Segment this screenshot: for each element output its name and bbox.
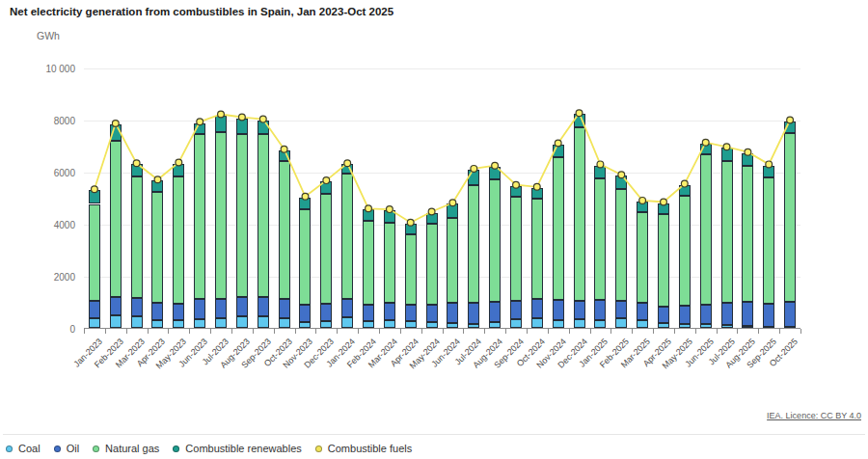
attribution: IEA. Licence: CC BY 4.0	[767, 411, 861, 420]
fuels-line-marker[interactable]	[259, 116, 266, 122]
x-axis-tick	[569, 329, 570, 334]
fuels-line-marker[interactable]	[302, 193, 309, 200]
x-axis-tick	[400, 329, 401, 334]
fuels-line-marker[interactable]	[513, 181, 520, 188]
x-axis-tick	[358, 329, 359, 334]
x-axis-tick	[84, 329, 85, 334]
y-tick-label: 10 000	[17, 64, 75, 74]
y-tick-label: 4000	[17, 220, 75, 230]
fuels-line-marker[interactable]	[112, 121, 119, 127]
fuels-line-path	[95, 113, 790, 223]
fuels-line-marker[interactable]	[218, 111, 225, 118]
legend-item-combustible-fuels[interactable]: Combustible fuels	[315, 443, 412, 454]
fuels-line-marker[interactable]	[387, 206, 393, 213]
natural-gas-legend-dot-icon	[93, 446, 99, 452]
fuels-line-marker[interactable]	[92, 186, 98, 193]
x-axis-tick	[695, 329, 696, 334]
legend-label: Combustible renewables	[185, 443, 301, 454]
fuels-line-marker[interactable]	[154, 176, 161, 183]
combustible-renewables-legend-dot-icon	[173, 446, 179, 452]
licence-link[interactable]: IEA. Licence: CC BY 4.0	[767, 411, 861, 420]
legend-item-combustible-renewables[interactable]: Combustible renewables	[173, 443, 301, 454]
fuels-line-marker[interactable]	[787, 117, 794, 123]
x-axis-tick	[231, 329, 232, 334]
x-axis-tick	[126, 329, 127, 334]
legend-item-natural-gas[interactable]: Natural gas	[93, 443, 159, 454]
x-axis-tick	[527, 329, 528, 334]
x-axis-tick	[315, 329, 316, 334]
x-axis-tick	[379, 329, 380, 334]
fuels-line-marker[interactable]	[555, 140, 561, 147]
x-axis-tick	[337, 329, 338, 334]
combustible-fuels-legend-dot-icon	[315, 446, 322, 452]
x-axis-tick	[105, 329, 106, 334]
legend-label: Combustible fuels	[328, 443, 412, 454]
legend-label: Oil	[67, 443, 79, 454]
fuels-line-marker[interactable]	[639, 198, 646, 204]
fuels-line-marker[interactable]	[281, 146, 287, 152]
x-axis-tick	[653, 329, 654, 334]
x-axis-tick	[779, 329, 780, 334]
x-axis-tick	[210, 329, 211, 334]
fuels-line-marker[interactable]	[681, 180, 688, 187]
fuels-line-marker[interactable]	[471, 166, 477, 173]
x-axis-tick	[484, 329, 485, 334]
fuels-line-marker[interactable]	[745, 148, 751, 155]
oil-legend-dot-icon	[54, 446, 61, 452]
x-axis-tick	[610, 329, 611, 334]
y-axis-unit-label: GWh	[37, 30, 60, 41]
fuels-line-marker[interactable]	[597, 161, 604, 168]
fuels-line-marker[interactable]	[176, 159, 182, 166]
x-axis-tick	[717, 329, 718, 334]
x-axis-tick	[189, 329, 190, 334]
x-axis-tick	[253, 329, 254, 334]
x-axis-tick	[737, 329, 738, 334]
x-axis-tick	[274, 329, 275, 334]
fuels-line-marker[interactable]	[428, 208, 435, 215]
fuels-line-marker[interactable]	[492, 162, 499, 169]
y-tick-label: 8000	[17, 116, 75, 126]
y-tick-label: 2000	[17, 272, 75, 283]
x-axis-tick	[463, 329, 464, 334]
fuels-line-marker[interactable]	[133, 160, 140, 167]
fuels-line-marker[interactable]	[239, 114, 246, 121]
legend-item-coal[interactable]: Coal	[6, 443, 41, 454]
fuels-line-marker[interactable]	[576, 110, 583, 117]
y-tick-label: 6000	[17, 168, 75, 178]
fuels-line-marker[interactable]	[723, 144, 730, 150]
legend-divider	[3, 434, 865, 435]
x-axis-tick	[168, 329, 169, 334]
combustible-fuels-line	[84, 68, 800, 329]
x-axis-tick	[295, 329, 296, 334]
fuels-line-marker[interactable]	[407, 219, 414, 226]
legend: CoalOilNatural gasCombustible renewables…	[6, 443, 412, 454]
x-axis-tick	[548, 329, 549, 334]
x-axis-tick	[674, 329, 675, 334]
x-axis-tick	[505, 329, 506, 334]
fuels-line-marker[interactable]	[323, 177, 330, 184]
chart-title: Net electricity generation from combusti…	[10, 6, 393, 17]
x-axis-tick	[443, 329, 444, 334]
legend-label: Coal	[18, 443, 41, 454]
fuels-line-marker[interactable]	[197, 119, 203, 125]
x-axis-tick	[590, 329, 591, 334]
fuels-line-marker[interactable]	[533, 183, 540, 190]
fuels-line-marker[interactable]	[766, 161, 773, 168]
legend-label: Natural gas	[105, 443, 159, 454]
x-axis-tick	[800, 329, 801, 334]
fuels-line-marker[interactable]	[661, 199, 667, 205]
fuels-line-marker[interactable]	[366, 205, 372, 212]
fuels-line-marker[interactable]	[702, 139, 709, 146]
y-tick-label: 0	[17, 324, 75, 335]
fuels-line-marker[interactable]	[618, 172, 625, 178]
x-axis-tick	[421, 329, 422, 334]
fuels-line-marker[interactable]	[449, 200, 456, 206]
plot-area	[84, 68, 800, 329]
x-axis-tick	[632, 329, 633, 334]
legend-item-oil[interactable]: Oil	[54, 443, 79, 454]
x-axis-tick	[148, 329, 149, 334]
coal-legend-dot-icon	[6, 446, 13, 452]
x-axis-tick	[758, 329, 759, 334]
fuels-line-marker[interactable]	[344, 160, 351, 167]
